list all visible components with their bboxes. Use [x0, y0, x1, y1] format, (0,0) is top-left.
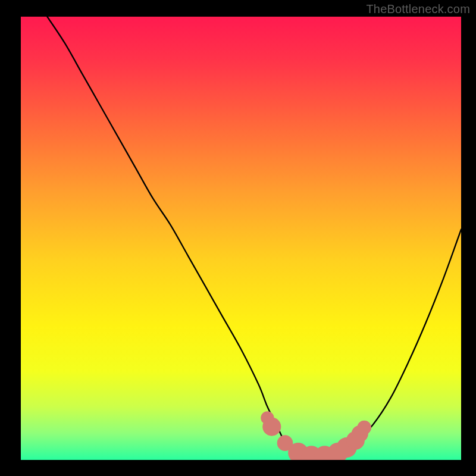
- sweet-spot-marker: [262, 418, 281, 436]
- bottleneck-chart: [0, 0, 476, 476]
- sweet-spot-marker: [357, 421, 371, 435]
- watermark-text: TheBottleneck.com: [366, 2, 470, 16]
- chart-stage: TheBottleneck.com: [0, 0, 476, 476]
